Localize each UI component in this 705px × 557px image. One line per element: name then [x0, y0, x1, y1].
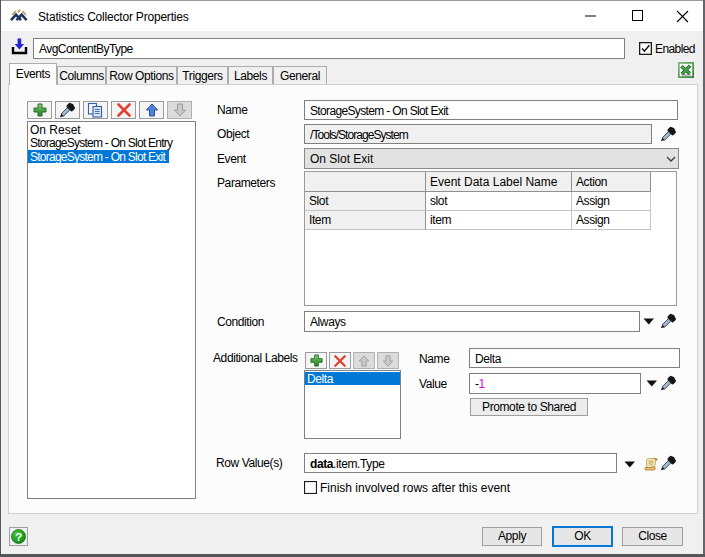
- svg-text:?: ?: [15, 531, 22, 543]
